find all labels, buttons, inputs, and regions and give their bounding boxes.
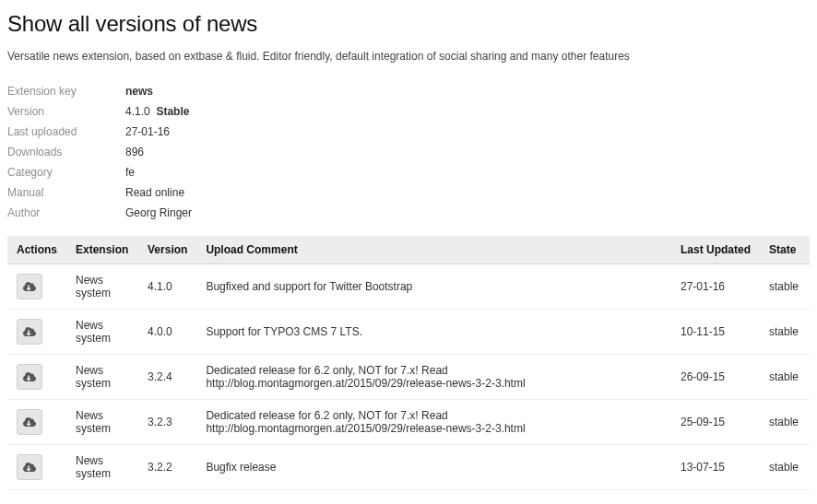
table-row: News system3.2.4Dedicated release for 6.… — [7, 355, 810, 400]
col-header-actions: Actions — [7, 236, 66, 264]
cell-extension: News system — [66, 445, 138, 490]
cloud-download-icon — [23, 416, 36, 428]
meta-value-downloads: 896 — [125, 142, 192, 162]
cell-extension: News system — [66, 400, 138, 445]
cell-comment: Support for TYPO3 CMS 7 LTS. — [196, 310, 671, 355]
meta-value-version: 4.1.0 — [125, 105, 150, 118]
cell-version: 4.0.0 — [138, 310, 196, 355]
table-row: News system4.0.0Support for TYPO3 CMS 7 … — [7, 310, 810, 355]
meta-value-version-state: Stable — [156, 105, 189, 118]
meta-label-version: Version — [7, 101, 125, 122]
download-button[interactable] — [17, 274, 42, 299]
cell-state: stable — [760, 264, 810, 310]
cell-state: stable — [760, 400, 810, 445]
meta-label-last-uploaded: Last uploaded — [7, 122, 125, 142]
cloud-download-icon — [23, 325, 36, 338]
cell-last-updated: 26-09-15 — [671, 355, 760, 400]
meta-value-category: fe — [125, 162, 192, 182]
cell-last-updated: 27-01-16 — [671, 264, 760, 310]
cloud-download-icon — [23, 280, 36, 293]
table-row: News system3.2.3Dedicated release for 6.… — [7, 400, 810, 445]
cell-state: stable — [760, 355, 810, 400]
versions-table: Actions Extension Version Upload Comment… — [7, 236, 810, 490]
table-row: News system4.1.0Bugfixed and support for… — [7, 264, 810, 310]
table-row: News system3.2.2Bugfix release13-07-15st… — [7, 445, 810, 490]
download-button[interactable] — [17, 319, 42, 345]
download-button[interactable] — [17, 364, 42, 390]
cloud-download-icon — [23, 461, 36, 474]
meta-value-manual[interactable]: Read online — [125, 186, 184, 199]
cell-comment: Dedicated release for 6.2 only, NOT for … — [196, 355, 671, 400]
meta-value-last-uploaded: 27-01-16 — [125, 122, 192, 142]
meta-label-manual: Manual — [7, 182, 125, 203]
cell-state: stable — [760, 445, 810, 490]
col-header-last-updated: Last Updated — [671, 236, 760, 264]
meta-value-extension-key: news — [125, 81, 192, 101]
col-header-extension: Extension — [66, 236, 138, 264]
col-header-state: State — [760, 236, 810, 264]
cell-version: 3.2.3 — [138, 400, 196, 445]
meta-label-downloads: Downloads — [7, 142, 125, 162]
cell-extension: News system — [66, 355, 138, 400]
meta-label-extension-key: Extension key — [7, 81, 125, 101]
col-header-version: Version — [138, 236, 196, 264]
col-header-comment: Upload Comment — [196, 236, 671, 264]
cell-last-updated: 25-09-15 — [671, 400, 760, 445]
page-description: Versatile news extension, based on extba… — [7, 50, 810, 63]
meta-label-category: Category — [7, 162, 125, 182]
cloud-download-icon — [23, 370, 36, 383]
download-button[interactable] — [17, 409, 42, 435]
meta-value-author: Georg Ringer — [125, 203, 192, 223]
cell-comment: Bugfixed and support for Twitter Bootstr… — [196, 264, 671, 310]
cell-comment: Dedicated release for 6.2 only, NOT for … — [196, 400, 671, 445]
metadata-table: Extension key news Version 4.1.0 Stable … — [7, 81, 192, 223]
cell-last-updated: 10-11-15 — [671, 310, 760, 355]
cell-state: stable — [760, 310, 810, 355]
cell-version: 3.2.2 — [138, 445, 196, 490]
cell-extension: News system — [66, 264, 138, 310]
cell-comment: Bugfix release — [196, 445, 671, 490]
download-button[interactable] — [17, 454, 42, 480]
cell-extension: News system — [66, 310, 138, 355]
meta-label-author: Author — [7, 203, 125, 223]
cell-version: 3.2.4 — [138, 355, 196, 400]
page-title: Show all versions of news — [7, 11, 810, 37]
cell-last-updated: 13-07-15 — [671, 445, 760, 490]
cell-version: 4.1.0 — [138, 264, 196, 310]
